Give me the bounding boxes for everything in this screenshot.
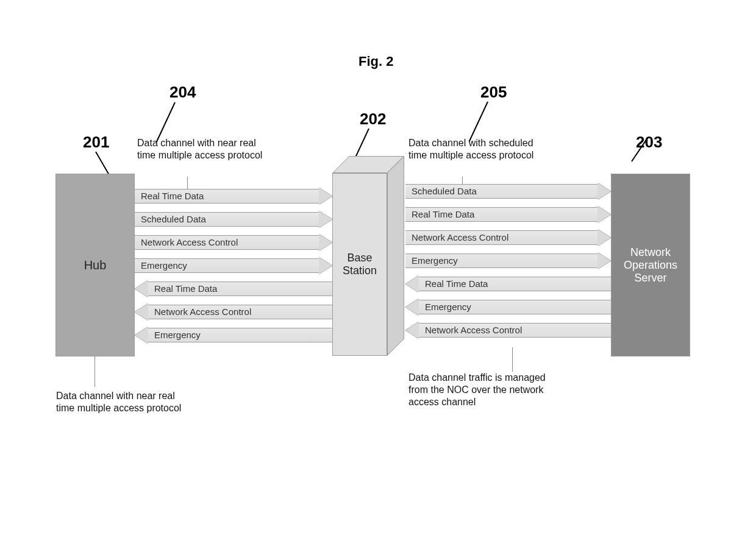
nos-bottom-annotation: Data channel traffic is managed from the… <box>408 372 549 408</box>
hub-box: Hub <box>55 174 135 356</box>
arrow-label: Network Access Control <box>141 237 238 247</box>
arrow-right-icon <box>597 183 611 200</box>
arrow-left-icon <box>135 303 148 321</box>
arrow-right-icon <box>597 252 611 269</box>
ref-202: 202 <box>360 110 386 129</box>
arrow-label: Emergency <box>141 260 187 271</box>
arrow-label: Network Access Control <box>412 232 508 243</box>
arrow-right-right-0: Scheduled Data <box>405 184 611 199</box>
arrow-right-right-1: Real Time Data <box>405 207 611 222</box>
arrow-right-icon <box>597 206 611 223</box>
arrow-right-left-0: Real Time Data <box>405 277 611 291</box>
arrow-right-icon <box>319 188 332 205</box>
arrow-left-left-0: Real Time Data <box>135 282 332 296</box>
arrow-left-left-1: Network Access Control <box>135 305 332 319</box>
arrow-left-left-2: Emergency <box>135 328 332 342</box>
lead-201 <box>95 152 110 177</box>
arrow-left-icon <box>405 322 419 339</box>
arrow-label: Real Time Data <box>141 191 204 201</box>
network-operations-server-box: Network Operations Server <box>611 174 690 356</box>
arrow-right-left-1: Emergency <box>405 300 611 314</box>
network-operations-server-label: Network Operations Server <box>624 246 677 285</box>
annotation-205: Data channel with scheduled time multipl… <box>408 137 549 161</box>
arrow-left-right-2: Network Access Control <box>135 235 332 250</box>
base-station-side <box>387 156 404 356</box>
annotation-204-tick <box>187 177 188 190</box>
arrow-right-icon <box>597 229 611 246</box>
base-station-box: Base Station <box>332 173 387 356</box>
ref-201: 201 <box>83 133 109 152</box>
arrow-left-icon <box>135 327 148 344</box>
arrow-right-icon <box>319 257 332 274</box>
arrow-label: Emergency <box>425 302 471 312</box>
arrow-left-icon <box>405 275 419 292</box>
arrow-label: Real Time Data <box>425 278 488 289</box>
arrow-left-right-3: Emergency <box>135 258 332 273</box>
ref-205: 205 <box>480 83 507 102</box>
nos-bottom-tick <box>512 347 513 372</box>
hub-bottom-annotation: Data channel with near real time multipl… <box>56 390 190 414</box>
arrow-left-icon <box>135 280 148 297</box>
arrow-right-icon <box>319 211 332 228</box>
arrow-right-right-3: Emergency <box>405 253 611 268</box>
figure-title: Fig. 2 <box>358 54 393 69</box>
arrow-label: Emergency <box>412 255 458 266</box>
annotation-204: Data channel with near real time multipl… <box>137 137 265 161</box>
base-station-label: Base Station <box>343 252 377 277</box>
arrow-right-left-2: Network Access Control <box>405 323 611 338</box>
ref-204: 204 <box>169 83 196 102</box>
hub-bottom-tick <box>94 356 95 387</box>
arrow-left-icon <box>405 299 419 316</box>
arrow-left-right-1: Scheduled Data <box>135 212 332 227</box>
arrow-right-right-2: Network Access Control <box>405 230 611 245</box>
arrow-right-icon <box>319 234 332 251</box>
arrow-label: Network Access Control <box>425 325 522 335</box>
hub-label: Hub <box>84 258 107 272</box>
arrow-label: Network Access Control <box>154 306 251 317</box>
arrow-label: Real Time Data <box>154 283 217 294</box>
arrow-left-right-0: Real Time Data <box>135 189 332 204</box>
arrow-label: Scheduled Data <box>141 214 206 224</box>
arrow-label: Emergency <box>154 330 201 340</box>
lead-204 <box>156 102 176 143</box>
arrow-label: Real Time Data <box>412 209 474 219</box>
arrow-label: Scheduled Data <box>412 186 477 196</box>
lead-205 <box>469 102 488 142</box>
